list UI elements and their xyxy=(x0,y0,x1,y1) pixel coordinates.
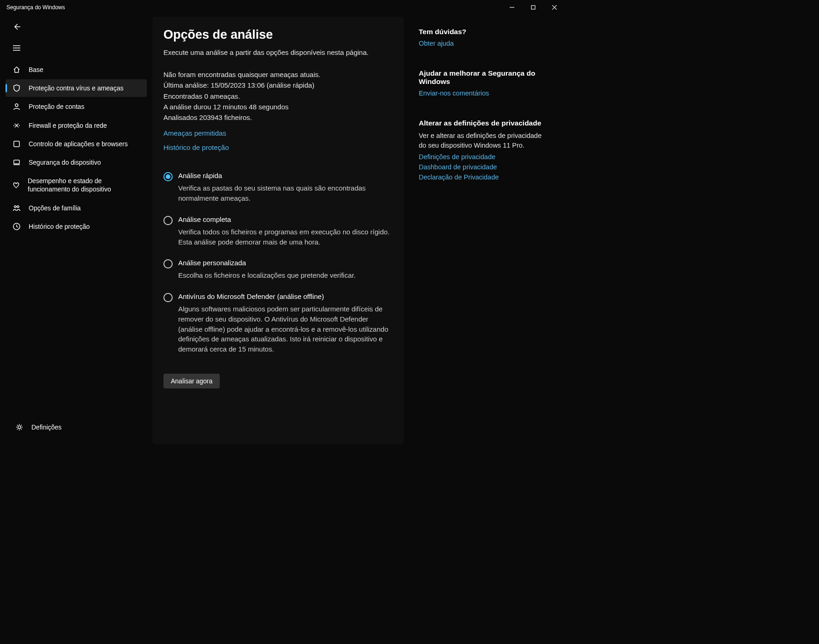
radio-title: Análise rápida xyxy=(178,172,393,179)
privacy-heading: Alterar as definições de privacidade xyxy=(419,119,543,127)
sidebar-item-history[interactable]: Histórico de proteção xyxy=(6,218,147,235)
radio-desc: Alguns softwares maliciosos podem ser pa… xyxy=(178,304,393,354)
app-icon xyxy=(12,140,21,148)
radio-title: Análise completa xyxy=(178,215,393,223)
svg-point-8 xyxy=(16,125,18,126)
minimize-icon xyxy=(510,5,514,10)
help-heading: Tem dúvidas? xyxy=(419,28,543,36)
svg-point-13 xyxy=(17,206,19,208)
maximize-button[interactable] xyxy=(523,0,544,15)
radio-offline-scan[interactable]: Antivírus do Microsoft Defender (análise… xyxy=(163,292,393,354)
shield-icon xyxy=(12,84,21,92)
sidebar-item-family[interactable]: Opções de família xyxy=(6,199,147,217)
sidebar-item-label: Histórico de proteção xyxy=(29,222,90,231)
status-no-threats: Não foram encontradas quaisquer ameaças … xyxy=(163,69,393,80)
close-button[interactable] xyxy=(544,0,565,15)
radio-title: Antivírus do Microsoft Defender (análise… xyxy=(178,292,393,300)
sidebar-item-app-control[interactable]: Controlo de aplicações e browsers xyxy=(6,135,147,153)
sidebar-item-label: Proteção de contas xyxy=(29,102,84,111)
window-controls xyxy=(501,0,565,15)
privacy-text: Ver e alterar as definições de privacida… xyxy=(419,131,543,150)
back-arrow-icon xyxy=(13,23,20,30)
radio-icon xyxy=(163,259,173,268)
laptop-icon xyxy=(12,158,21,167)
radio-desc: Verifica todos os ficheiros e programas … xyxy=(178,227,393,247)
maximize-icon xyxy=(531,5,536,10)
svg-point-15 xyxy=(18,426,21,429)
history-icon xyxy=(12,222,21,231)
radio-full-scan[interactable]: Análise completa Verifica todos os fiche… xyxy=(163,215,393,247)
status-files-scanned: Analisados 203943 ficheiros. xyxy=(163,112,393,123)
person-icon xyxy=(12,102,21,111)
sidebar-item-label: Opções de família xyxy=(29,204,81,212)
radio-icon xyxy=(163,216,173,225)
feedback-link[interactable]: Enviar-nos comentários xyxy=(419,89,543,97)
status-duration: A análise durou 12 minutos 48 segundos xyxy=(163,101,393,112)
get-help-link[interactable]: Obter ajuda xyxy=(419,40,543,47)
titlebar: Segurança do Windows xyxy=(0,0,565,15)
radio-title: Análise personalizada xyxy=(178,259,393,267)
scan-now-button[interactable]: Analisar agora xyxy=(163,374,220,388)
window-title: Segurança do Windows xyxy=(6,4,65,11)
sidebar-item-label: Segurança do dispositivo xyxy=(29,158,101,167)
gear-icon xyxy=(15,423,24,431)
sidebar-item-home[interactable]: Base xyxy=(6,61,147,78)
radio-desc: Verifica as pastas do seu sistema nas qu… xyxy=(178,183,393,203)
radio-icon xyxy=(163,172,173,181)
aside-panel: Tem dúvidas? Obter ajuda Ajudar a melhor… xyxy=(419,17,548,444)
status-threats-found: Encontradas 0 ameaças. xyxy=(163,91,393,101)
minimize-button[interactable] xyxy=(501,0,523,15)
close-icon xyxy=(552,5,557,10)
sidebar: Base Proteção contra vírus e ameaças Pro… xyxy=(0,15,152,444)
page-subtitle: Execute uma análise a partir das opções … xyxy=(163,48,393,56)
sidebar-item-label: Desempenho e estado de funcionamento do … xyxy=(28,177,140,193)
menu-button[interactable] xyxy=(7,40,26,56)
sidebar-item-performance[interactable]: Desempenho e estado de funcionamento do … xyxy=(6,172,147,198)
sidebar-item-virus[interactable]: Proteção contra vírus e ameaças xyxy=(6,79,147,97)
svg-point-7 xyxy=(15,104,18,107)
svg-rect-9 xyxy=(14,141,19,147)
network-icon xyxy=(12,121,21,130)
heart-icon xyxy=(12,181,20,189)
radio-desc: Escolha os ficheiros e localizações que … xyxy=(178,270,393,280)
radio-quick-scan[interactable]: Análise rápida Verifica as pastas do seu… xyxy=(163,172,393,203)
sidebar-item-firewall[interactable]: Firewall e proteção da rede xyxy=(6,117,147,134)
sidebar-item-label: Proteção contra vírus e ameaças xyxy=(29,84,123,92)
family-icon xyxy=(12,204,21,212)
privacy-dashboard-link[interactable]: Dashboard de privacidade xyxy=(419,163,543,171)
svg-rect-10 xyxy=(14,160,19,164)
sidebar-item-device-security[interactable]: Segurança do dispositivo xyxy=(6,154,147,171)
radio-icon xyxy=(163,293,173,302)
page-title: Opções de análise xyxy=(163,28,393,42)
sidebar-item-settings[interactable]: Definições xyxy=(8,418,144,436)
allowed-threats-link[interactable]: Ameaças permitidas xyxy=(163,129,393,137)
privacy-settings-link[interactable]: Definições de privacidade xyxy=(419,153,543,161)
improve-heading: Ajudar a melhorar a Segurança do Windows xyxy=(419,69,543,86)
scan-status: Não foram encontradas quaisquer ameaças … xyxy=(163,69,393,123)
content-panel: Opções de análise Execute uma análise a … xyxy=(152,17,404,444)
status-last-scan: Última análise: 15/05/2023 13:06 (anális… xyxy=(163,80,393,90)
sidebar-item-label: Controlo de aplicações e browsers xyxy=(29,140,128,148)
svg-point-12 xyxy=(14,206,16,208)
sidebar-item-label: Definições xyxy=(31,423,61,431)
sidebar-item-label: Firewall e proteção da rede xyxy=(29,121,107,130)
sidebar-item-label: Base xyxy=(29,66,43,74)
radio-custom-scan[interactable]: Análise personalizada Escolha os ficheir… xyxy=(163,259,393,280)
home-icon xyxy=(12,66,21,74)
back-button[interactable] xyxy=(7,18,26,35)
sidebar-item-account[interactable]: Proteção de contas xyxy=(6,98,147,115)
hamburger-icon xyxy=(13,45,20,51)
protection-history-link[interactable]: Histórico de proteção xyxy=(163,143,393,151)
privacy-statement-link[interactable]: Declaração de Privacidade xyxy=(419,173,543,181)
svg-rect-1 xyxy=(531,6,535,9)
